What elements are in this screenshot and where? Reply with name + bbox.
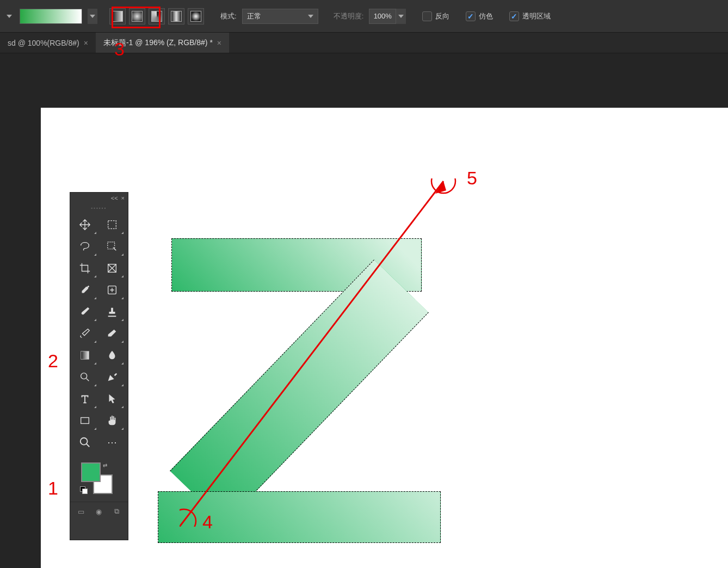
move-tool[interactable] xyxy=(72,214,97,235)
blur-tool[interactable] xyxy=(100,345,125,366)
gradient-linear-button[interactable] xyxy=(109,8,126,24)
frame-tool[interactable] xyxy=(100,258,125,279)
reflected-gradient-icon xyxy=(171,11,182,22)
close-icon[interactable]: × xyxy=(217,39,221,47)
dither-label: 仿色 xyxy=(479,11,493,21)
path-select-tool[interactable] xyxy=(100,388,125,409)
toolbox-panel: << × ▪▪▪▪▪▪ ⋯ xyxy=(70,192,128,540)
eyedropper-tool[interactable] xyxy=(72,280,97,300)
close-icon[interactable]: × xyxy=(84,39,88,47)
gradient-tool[interactable] xyxy=(72,345,97,366)
blend-mode-select[interactable]: 正常 xyxy=(242,9,318,24)
svg-rect-10 xyxy=(81,418,89,424)
document-tab[interactable]: 未标题-1 @ 196% (Z, RGB/8#) * × xyxy=(96,33,229,53)
screen-mode-icon[interactable]: ⧉ xyxy=(112,507,122,516)
default-colors-icon[interactable] xyxy=(80,486,87,493)
quick-mask-icon[interactable]: ◉ xyxy=(94,507,104,516)
dodge-tool[interactable] xyxy=(72,367,97,387)
document-tab-bar: sd @ 100%(RGB/8#) × 未标题-1 @ 196% (Z, RGB… xyxy=(0,33,728,53)
edit-toolbar-icon[interactable]: ▭ xyxy=(76,507,87,516)
opacity-label: 不透明度: xyxy=(334,11,364,21)
workspace: << × ▪▪▪▪▪▪ ⋯ xyxy=(0,53,728,568)
lasso-tool[interactable] xyxy=(72,236,97,257)
svg-rect-4 xyxy=(108,221,116,229)
more-tool[interactable]: ⋯ xyxy=(100,432,125,453)
gradient-reflected-button[interactable] xyxy=(168,8,184,24)
chevron-down-icon xyxy=(90,15,95,18)
svg-point-11 xyxy=(81,438,88,445)
zoom-tool[interactable] xyxy=(72,432,97,453)
gradient-dropdown[interactable] xyxy=(88,9,97,24)
z-diagonal xyxy=(170,260,429,524)
type-tool[interactable] xyxy=(72,388,97,409)
opacity-input[interactable]: 100% xyxy=(369,9,396,24)
transparency-checkbox[interactable] xyxy=(509,11,519,21)
gradient-angle-button[interactable] xyxy=(149,8,165,24)
hand-tool[interactable] xyxy=(100,410,125,431)
panel-grip[interactable]: ▪▪▪▪▪▪ xyxy=(70,203,128,212)
diamond-gradient-icon xyxy=(190,11,201,22)
stamp-tool[interactable] xyxy=(100,301,125,322)
healing-brush-tool[interactable] xyxy=(100,280,125,300)
z-bottom-bar xyxy=(158,491,441,543)
color-swatches: ⇄ xyxy=(70,460,128,498)
z-selection xyxy=(158,238,441,543)
chevron-down-icon xyxy=(398,15,404,18)
options-bar: 模式: 正常 不透明度: 100% 反向 仿色 透明区域 xyxy=(0,0,728,33)
collapse-icon[interactable]: << xyxy=(111,195,118,201)
rectangle-tool[interactable] xyxy=(72,410,97,431)
quick-select-tool[interactable] xyxy=(100,236,125,257)
tool-preset-dropdown[interactable] xyxy=(4,15,14,18)
brush-tool[interactable] xyxy=(72,301,97,322)
linear-gradient-icon xyxy=(112,11,123,22)
document-tab[interactable]: sd @ 100%(RGB/8#) × xyxy=(0,33,96,53)
close-icon[interactable]: × xyxy=(121,195,125,201)
gradient-type-group xyxy=(109,8,204,24)
dither-checkbox[interactable] xyxy=(466,11,476,21)
reverse-checkbox[interactable] xyxy=(422,11,432,21)
crop-tool[interactable] xyxy=(72,258,97,279)
toolbox-header: << × xyxy=(70,193,128,203)
svg-point-9 xyxy=(81,373,87,379)
swap-colors-icon[interactable]: ⇄ xyxy=(103,462,107,468)
angle-gradient-icon xyxy=(151,11,162,22)
mode-label: 模式: xyxy=(220,11,237,21)
gradient-picker[interactable] xyxy=(20,9,82,24)
radial-gradient-icon xyxy=(132,11,143,22)
opacity-dropdown[interactable] xyxy=(396,9,406,24)
blend-mode-value: 正常 xyxy=(247,11,261,21)
eraser-tool[interactable] xyxy=(100,323,125,344)
transparency-label: 透明区域 xyxy=(522,11,551,21)
pen-tool[interactable] xyxy=(100,367,125,387)
reverse-label: 反向 xyxy=(435,11,449,21)
chevron-down-icon xyxy=(308,15,313,18)
gradient-radial-button[interactable] xyxy=(129,8,145,24)
gradient-diamond-button[interactable] xyxy=(188,8,204,24)
svg-rect-8 xyxy=(81,351,89,360)
marquee-tool[interactable] xyxy=(100,214,125,235)
history-brush-tool[interactable] xyxy=(72,323,97,344)
chevron-down-icon xyxy=(7,15,12,18)
foreground-color-swatch[interactable] xyxy=(81,462,101,482)
